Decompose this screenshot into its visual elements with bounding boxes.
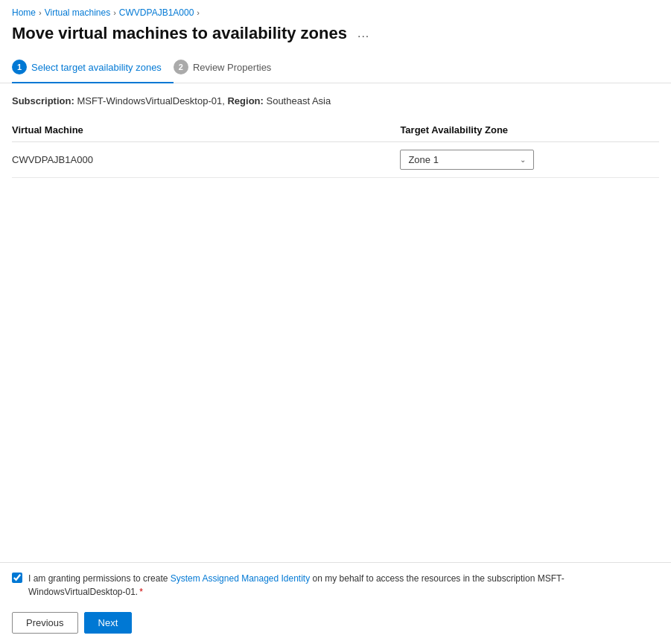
subscription-label: Subscription: xyxy=(12,95,74,106)
consent-section: I am granting permissions to create Syst… xyxy=(0,563,671,606)
zone-cell: Zone 1 ⌄ xyxy=(400,142,659,178)
vm-name-cell: CWVDPAJB1A000 xyxy=(12,142,400,178)
tab-select-zones[interactable]: 1 Select target availability zones xyxy=(12,52,174,83)
consent-text-before: I am granting permissions to create xyxy=(28,573,171,584)
subscription-value: MSFT-WindowsVirtualDesktop-01 xyxy=(77,95,222,106)
breadcrumb-sep-1: › xyxy=(39,8,42,17)
consent-checkbox[interactable] xyxy=(12,573,22,583)
breadcrumb-home[interactable]: Home xyxy=(12,7,36,18)
tab-label-select-zones: Select target availability zones xyxy=(31,62,162,73)
zone-value: Zone 1 xyxy=(408,154,438,165)
ellipsis-menu-button[interactable]: ... xyxy=(353,25,374,42)
vm-table: Virtual Machine Target Availability Zone… xyxy=(12,118,659,178)
table-row: CWVDPAJB1A000 Zone 1 ⌄ xyxy=(12,142,659,178)
breadcrumb: Home › Virtual machines › CWVDPAJB1A000 … xyxy=(0,0,671,21)
breadcrumb-sep-3: › xyxy=(197,8,200,17)
breadcrumb-sep-2: › xyxy=(113,8,116,17)
tabs-row: 1 Select target availability zones 2 Rev… xyxy=(0,52,671,83)
consent-text: I am granting permissions to create Syst… xyxy=(28,572,659,599)
page-title: Move virtual machines to availability zo… xyxy=(12,24,347,43)
breadcrumb-virtual-machines[interactable]: Virtual machines xyxy=(45,7,111,18)
chevron-down-icon: ⌄ xyxy=(520,156,526,164)
tab-label-review-properties: Review Properties xyxy=(193,62,272,73)
tab-number-1: 1 xyxy=(12,60,27,74)
zone-dropdown[interactable]: Zone 1 ⌄ xyxy=(400,150,534,170)
col-header-virtual-machine: Virtual Machine xyxy=(12,118,400,142)
page-title-row: Move virtual machines to availability zo… xyxy=(0,21,671,52)
tab-number-2: 2 xyxy=(174,60,188,74)
managed-identity-link[interactable]: System Assigned Managed Identity xyxy=(171,573,310,584)
col-header-target-zone: Target Availability Zone xyxy=(400,118,659,142)
previous-button[interactable]: Previous xyxy=(12,612,78,634)
region-value: Southeast Asia xyxy=(266,95,331,106)
breadcrumb-vm-name[interactable]: CWVDPAJB1A000 xyxy=(119,7,194,18)
next-button[interactable]: Next xyxy=(84,612,133,634)
footer-buttons: Previous Next xyxy=(0,606,671,644)
region-label: Region: xyxy=(227,95,263,106)
main-content: Subscription: MSFT-WindowsVirtualDesktop… xyxy=(0,83,671,562)
subscription-info: Subscription: MSFT-WindowsVirtualDesktop… xyxy=(12,95,659,106)
required-marker: * xyxy=(139,587,143,597)
footer: I am granting permissions to create Syst… xyxy=(0,562,671,644)
tab-review-properties[interactable]: 2 Review Properties xyxy=(174,52,284,83)
